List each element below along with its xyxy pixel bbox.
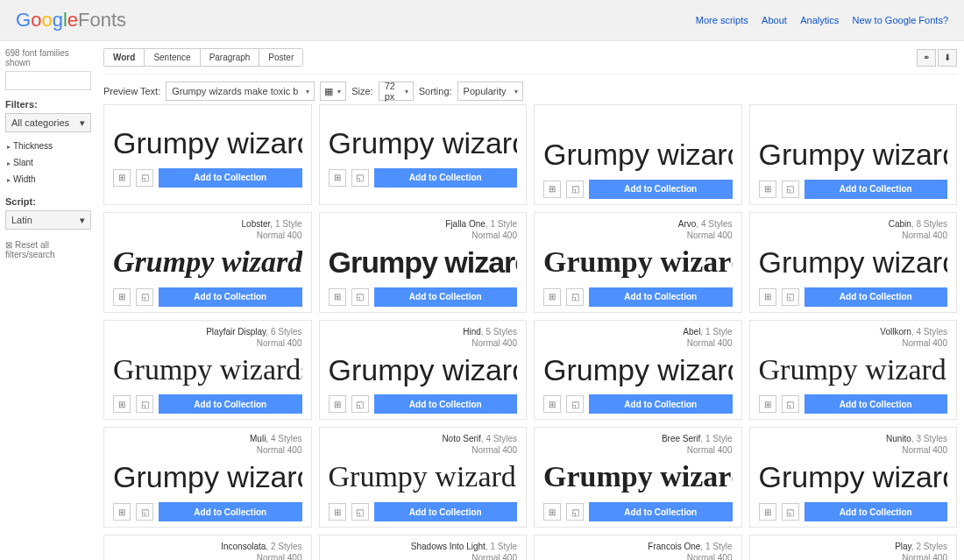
popout-icon[interactable]: ◱ xyxy=(782,503,799,521)
add-icon[interactable]: ⊞ xyxy=(543,181,561,198)
popout-icon[interactable]: ◱ xyxy=(136,503,153,521)
font-styles: , 4 Styles xyxy=(481,434,517,443)
add-icon[interactable]: ⊞ xyxy=(759,181,776,198)
font-preview: Grumpy wizards xyxy=(329,352,518,388)
add-to-collection-button[interactable]: Add to Collection xyxy=(159,168,302,188)
font-card: Dosis, 7 StylesNormal 400Grumpy wizards⊞… xyxy=(749,104,958,205)
font-name: Fjalla One xyxy=(445,219,486,229)
font-preview: Grumpy wizards xyxy=(543,245,733,280)
add-icon[interactable]: ⊞ xyxy=(543,395,561,413)
filter-thickness[interactable]: Thickness xyxy=(5,138,91,154)
add-icon[interactable]: ⊞ xyxy=(329,169,346,187)
font-weight: Normal 400 xyxy=(113,230,302,241)
popout-icon[interactable]: ◱ xyxy=(351,395,369,413)
add-icon[interactable]: ⊞ xyxy=(759,288,776,306)
add-to-collection-button[interactable]: Add to Collection xyxy=(805,287,948,307)
filter-width[interactable]: Width xyxy=(5,171,91,188)
popout-icon[interactable]: ◱ xyxy=(351,288,369,306)
add-icon[interactable]: ⊞ xyxy=(543,288,561,306)
popout-icon[interactable]: ◱ xyxy=(782,181,799,198)
popout-icon[interactable]: ◱ xyxy=(566,288,584,306)
tab-poster[interactable]: Poster xyxy=(259,49,302,66)
size-select[interactable]: 72 px xyxy=(379,82,414,101)
add-icon[interactable]: ⊞ xyxy=(329,288,346,306)
link-new-to[interactable]: New to Google Fonts? xyxy=(853,15,948,25)
font-weight: Normal 400 xyxy=(759,230,948,241)
header-links: More scripts About Analytics New to Goog… xyxy=(685,14,948,26)
popout-icon[interactable]: ◱ xyxy=(782,288,799,306)
add-icon[interactable]: ⊞ xyxy=(113,169,131,187)
script-dropdown[interactable]: Latin▾ xyxy=(5,210,91,230)
font-card: Abel, 1 StyleNormal 400Grumpy wizards⊞◱A… xyxy=(534,320,742,421)
add-to-collection-button[interactable]: Add to Collection xyxy=(589,394,733,414)
grid-view-select[interactable]: ▦ xyxy=(320,82,346,101)
font-weight: Normal 400 xyxy=(329,337,518,349)
font-name: Shadows Into Light xyxy=(411,542,486,551)
add-to-collection-button[interactable]: Add to Collection xyxy=(589,287,733,307)
filter-slant[interactable]: Slant xyxy=(5,154,91,171)
font-preview: Grumpy wizards xyxy=(543,459,733,495)
font-name: Bree Serif xyxy=(662,434,700,443)
font-card: Bree Serif, 1 StyleNormal 400Grumpy wiza… xyxy=(534,427,742,528)
add-to-collection-button[interactable]: Add to Collection xyxy=(374,287,518,307)
font-name: Play xyxy=(895,542,911,551)
popout-icon[interactable]: ◱ xyxy=(566,395,584,413)
add-to-collection-button[interactable]: Add to Collection xyxy=(374,168,518,188)
font-name: Lobster xyxy=(242,219,271,229)
add-icon[interactable]: ⊞ xyxy=(543,503,561,521)
add-icon[interactable]: ⊞ xyxy=(329,395,346,413)
popout-icon[interactable]: ◱ xyxy=(351,169,369,187)
font-styles: , 4 Styles xyxy=(696,219,732,229)
font-name: Arvo xyxy=(678,219,697,229)
preview-text-select[interactable]: Grumpy wizards make toxic brew for the e… xyxy=(166,82,315,101)
categories-dropdown[interactable]: All categories▾ xyxy=(5,113,91,132)
add-to-collection-button[interactable]: Add to Collection xyxy=(589,180,733,199)
download-icon[interactable]: ⬇ xyxy=(938,49,957,67)
link-analytics[interactable]: Analytics xyxy=(800,15,839,25)
add-icon[interactable]: ⊞ xyxy=(113,503,131,521)
font-card: Fjalla One, 1 StyleNormal 400Grumpy wiza… xyxy=(319,212,528,313)
add-icon[interactable]: ⊞ xyxy=(329,503,346,521)
popout-icon[interactable]: ◱ xyxy=(782,395,799,413)
add-to-collection-button[interactable]: Add to Collection xyxy=(374,502,518,521)
font-styles: , 3 Styles xyxy=(911,434,947,443)
card-footer: ⊞◱Add to Collection xyxy=(113,287,302,307)
font-preview: Grumpy wizards xyxy=(543,137,733,173)
add-to-collection-button[interactable]: Add to Collection xyxy=(159,287,302,307)
card-header: Cabin, 8 StylesNormal 400 xyxy=(759,218,948,241)
font-preview: Grumpy wizards xyxy=(759,245,948,280)
add-to-collection-button[interactable]: Add to Collection xyxy=(805,394,948,414)
add-to-collection-button[interactable]: Add to Collection xyxy=(374,394,518,414)
popout-icon[interactable]: ◱ xyxy=(351,503,369,521)
tab-paragraph[interactable]: Paragraph xyxy=(201,49,260,66)
add-to-collection-button[interactable]: Add to Collection xyxy=(589,502,733,521)
add-to-collection-button[interactable]: Add to Collection xyxy=(805,180,948,199)
tab-sentence[interactable]: Sentence xyxy=(145,49,200,66)
chevron-down-icon: ▾ xyxy=(80,117,85,129)
add-icon[interactable]: ⊞ xyxy=(113,288,131,306)
card-header: Muli, 4 StylesNormal 400 xyxy=(113,433,302,456)
popout-icon[interactable]: ◱ xyxy=(136,288,153,306)
sort-select[interactable]: Popularity xyxy=(457,82,523,101)
popout-icon[interactable]: ◱ xyxy=(136,395,153,413)
link-about[interactable]: About xyxy=(762,15,787,25)
add-to-collection-button[interactable]: Add to Collection xyxy=(805,502,948,521)
font-styles: , 1 Style xyxy=(700,327,732,337)
popout-icon[interactable]: ◱ xyxy=(136,169,153,187)
card-footer: ⊞◱Add to Collection xyxy=(543,180,733,199)
link-more-scripts[interactable]: More scripts xyxy=(696,15,748,25)
font-name: Inconsolata xyxy=(221,542,266,551)
add-to-collection-button[interactable]: Add to Collection xyxy=(159,394,302,414)
font-styles: , 5 Styles xyxy=(481,327,517,337)
add-icon[interactable]: ⊞ xyxy=(759,503,776,521)
link-icon[interactable]: ⚭ xyxy=(917,49,936,67)
add-to-collection-button[interactable]: Add to Collection xyxy=(159,502,302,521)
logo[interactable]: GoogleFonts xyxy=(16,9,126,32)
popout-icon[interactable]: ◱ xyxy=(566,503,584,521)
reset-filters[interactable]: Reset all filters/search xyxy=(5,240,91,259)
add-icon[interactable]: ⊞ xyxy=(113,395,131,413)
add-icon[interactable]: ⊞ xyxy=(759,395,776,413)
tab-word[interactable]: Word xyxy=(104,49,145,66)
search-input[interactable] xyxy=(5,71,91,90)
popout-icon[interactable]: ◱ xyxy=(566,181,584,198)
